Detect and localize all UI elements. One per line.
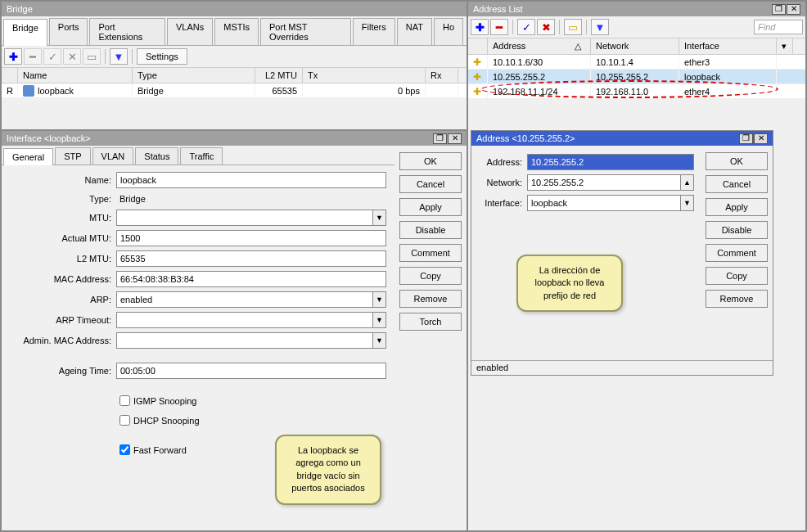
interface-input[interactable]: loopback — [527, 195, 681, 211]
settings-button[interactable]: Settings — [137, 48, 187, 65]
mtu-input[interactable] — [116, 210, 373, 226]
tab-portmst[interactable]: Port MST Overrides — [260, 18, 351, 45]
dropdown-icon[interactable]: ▼ — [373, 332, 386, 349]
find-input[interactable]: Find — [754, 20, 803, 34]
ok-button[interactable]: OK — [399, 152, 462, 170]
add-button[interactable]: ✚ — [471, 19, 489, 35]
tab-portext[interactable]: Port Extensions — [89, 18, 165, 45]
col-icon[interactable] — [468, 38, 488, 54]
filter-button[interactable]: ▼ — [110, 48, 128, 65]
bridge-toolbar: ✚ ━ ✓ ✕ ▭ ▼ Settings — [2, 46, 467, 68]
tab-status[interactable]: Status — [135, 147, 178, 165]
separator — [105, 49, 106, 64]
comment-button[interactable]: Comment — [706, 244, 768, 262]
comment-button[interactable]: ▭ — [564, 19, 582, 35]
disable-button[interactable]: ✕ — [63, 48, 81, 65]
col-interface[interactable]: Interface — [679, 38, 777, 54]
add-button[interactable]: ✚ — [4, 48, 22, 65]
name-input[interactable]: loopback — [116, 172, 386, 188]
network-input[interactable]: 10.255.255.2 — [527, 174, 681, 191]
note-icon: ▭ — [568, 21, 578, 34]
up-icon[interactable]: ▲ — [681, 174, 694, 191]
arpto-input[interactable] — [116, 312, 373, 328]
enable-button[interactable]: ✓ — [517, 19, 535, 35]
remove-button[interactable]: Remove — [399, 290, 462, 308]
separator — [512, 20, 513, 34]
table-row[interactable]: R loopback Bridge 65535 0 bps — [2, 83, 467, 98]
restore-icon: ❐ — [775, 5, 782, 13]
remove-button[interactable]: ━ — [24, 48, 42, 65]
enable-button[interactable]: ✓ — [43, 48, 61, 65]
tab-vlan[interactable]: VLAN — [92, 147, 134, 165]
mac-input[interactable]: 66:54:08:38:B3:84 — [116, 271, 386, 287]
dropdown-icon[interactable]: ▼ — [373, 291, 386, 308]
comment-button[interactable]: Comment — [399, 244, 462, 262]
col-name[interactable]: Name — [18, 68, 133, 83]
disable-button[interactable]: ✖ — [537, 19, 555, 35]
dropdown-icon[interactable]: ▼ — [681, 195, 694, 211]
col-tx[interactable]: Tx — [303, 68, 426, 83]
ageing-input[interactable]: 00:05:00 — [116, 363, 386, 379]
cell-type: Bridge — [133, 83, 255, 97]
col-network[interactable]: Network — [591, 38, 679, 54]
tab-ho[interactable]: Ho — [434, 18, 463, 45]
cell-rx — [426, 83, 458, 97]
apply-button[interactable]: Apply — [399, 198, 462, 216]
close-button[interactable]: ✕ — [448, 133, 462, 144]
remove-button[interactable]: ━ — [490, 19, 508, 35]
restore-button[interactable]: ❐ — [739, 133, 753, 144]
ff-checkbox[interactable] — [119, 444, 130, 455]
arp-input[interactable]: enabled — [116, 291, 373, 308]
cancel-button[interactable]: Cancel — [706, 175, 768, 193]
restore-button[interactable]: ❐ — [772, 4, 786, 15]
addr-title: Address <10.255.255.2> — [476, 133, 575, 143]
close-button[interactable]: ✕ — [787, 4, 800, 15]
cancel-button[interactable]: Cancel — [399, 175, 462, 193]
disable-button[interactable]: Disable — [399, 221, 462, 239]
tab-stp[interactable]: STP — [55, 147, 90, 165]
col-l2mtu[interactable]: L2 MTU — [255, 68, 303, 83]
tab-nat[interactable]: NAT — [397, 18, 432, 45]
callout-loopback: La loopback se agrega como un bridge vac… — [275, 435, 381, 505]
tab-traffic[interactable]: Traffic — [180, 147, 223, 165]
dhcp-checkbox[interactable] — [119, 415, 130, 426]
col-address[interactable]: Address△ — [488, 38, 591, 54]
apply-button[interactable]: Apply — [706, 198, 768, 216]
dropdown-icon[interactable]: ▼ — [373, 210, 386, 226]
tab-mstis[interactable]: MSTIs — [214, 18, 259, 45]
address-input[interactable]: 10.255.255.2 — [527, 154, 694, 170]
col-menu[interactable]: ▾ — [777, 38, 793, 54]
cell-address: 10.10.1.6/30 — [488, 55, 591, 69]
interface-window: Interface <loopback> ❐ ✕ General STP VLA… — [1, 130, 467, 531]
restore-button[interactable]: ❐ — [433, 133, 447, 144]
dropdown-icon[interactable]: ▼ — [373, 312, 386, 328]
copy-button[interactable]: Copy — [399, 267, 462, 285]
table-row[interactable]: ✚ 10.10.1.6/30 10.10.1.4 ether3 — [468, 55, 805, 70]
tab-ports[interactable]: Ports — [49, 18, 88, 45]
funnel-icon: ▼ — [114, 51, 124, 63]
separator — [586, 20, 587, 34]
igmp-checkbox[interactable] — [119, 395, 130, 406]
addrlist-titlebar: Address List ❐ ✕ — [468, 2, 805, 16]
l2mtu-input[interactable]: 65535 — [116, 250, 386, 267]
addr-buttons: OK Cancel Apply Disable Comment Copy Rem… — [701, 146, 773, 360]
tab-bridge[interactable]: Bridge — [3, 19, 47, 46]
comment-button[interactable]: ▭ — [83, 48, 101, 65]
disable-button[interactable]: Disable — [706, 221, 768, 239]
col-type[interactable]: Type — [133, 68, 255, 83]
col-rx[interactable]: Rx — [426, 68, 458, 83]
actualmtu-input[interactable]: 1500 — [116, 230, 386, 246]
col-flag[interactable] — [2, 68, 18, 83]
tab-vlans[interactable]: VLANs — [167, 18, 213, 45]
copy-button[interactable]: Copy — [706, 267, 768, 285]
iface-form: Name:loopback Type:Bridge MTU:▼ Actual M… — [2, 165, 394, 468]
ok-button[interactable]: OK — [706, 152, 768, 170]
tab-filters[interactable]: Filters — [353, 18, 395, 45]
close-button[interactable]: ✕ — [754, 133, 768, 144]
network-label: Network: — [478, 178, 527, 187]
adminmac-input[interactable] — [116, 332, 373, 349]
torch-button[interactable]: Torch — [399, 313, 462, 331]
remove-button[interactable]: Remove — [706, 290, 768, 308]
filter-button[interactable]: ▼ — [591, 19, 609, 35]
tab-general[interactable]: General — [3, 148, 53, 165]
